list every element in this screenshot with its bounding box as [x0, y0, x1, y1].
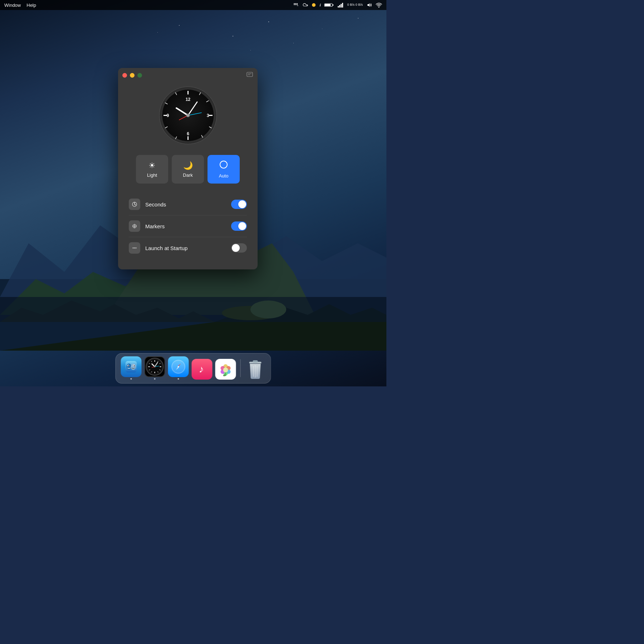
- app-window: 12 3 6 9 ☀ Light: [118, 68, 258, 269]
- svg-rect-8: [297, 3, 298, 4]
- launch-at-startup-toggle-knob: [232, 244, 240, 252]
- audio-icon[interactable]: [366, 2, 372, 8]
- window-menu[interactable]: Window: [4, 3, 21, 8]
- seconds-label: Seconds: [145, 201, 231, 208]
- seconds-toggle[interactable]: [231, 200, 247, 209]
- svg-point-17: [379, 7, 380, 8]
- help-menu[interactable]: Help: [26, 3, 36, 8]
- light-theme-button[interactable]: ☀ Light: [136, 155, 168, 184]
- auto-theme-label: Auto: [219, 173, 229, 179]
- dock-item-music[interactable]: ♪: [192, 359, 213, 380]
- svg-rect-4: [295, 4, 296, 5]
- markers-toggle[interactable]: [231, 221, 247, 231]
- dark-theme-label: Dark: [183, 172, 192, 178]
- cloud-icon[interactable]: [302, 2, 308, 8]
- launch-at-startup-toggle[interactable]: [231, 243, 247, 253]
- svg-point-78: [154, 366, 156, 367]
- seconds-icon: [129, 199, 140, 210]
- signal-icon[interactable]: [338, 3, 343, 8]
- svg-point-52: [136, 248, 137, 249]
- finder-dot: [131, 378, 132, 380]
- svg-point-54: [127, 364, 132, 370]
- svg-rect-5: [297, 4, 298, 5]
- svg-text:6: 6: [187, 131, 189, 136]
- launch-at-startup-label: Launch at Startup: [145, 245, 231, 251]
- svg-point-9: [312, 3, 316, 7]
- maximize-button[interactable]: [137, 73, 142, 78]
- dock-item-trash[interactable]: [245, 359, 266, 380]
- svg-rect-14: [339, 5, 340, 8]
- info-icon[interactable]: i: [319, 3, 321, 7]
- markers-icon: [129, 220, 140, 232]
- dock-item-safari[interactable]: [168, 356, 189, 380]
- markers-label: Markers: [145, 223, 231, 229]
- seconds-toggle-knob: [238, 200, 246, 208]
- svg-point-45: [220, 161, 227, 168]
- trash-icon: [245, 359, 266, 380]
- svg-rect-7: [295, 3, 296, 4]
- flower-icon: [215, 359, 236, 380]
- svg-point-55: [131, 364, 136, 370]
- svg-point-58: [128, 365, 129, 366]
- svg-rect-15: [341, 4, 342, 8]
- svg-point-91: [223, 367, 228, 372]
- dock-item-finder[interactable]: [121, 356, 142, 380]
- safari-icon: [168, 356, 189, 377]
- svg-rect-95: [253, 360, 258, 362]
- window-titlebar: [118, 68, 258, 82]
- battery-icon[interactable]: [324, 3, 334, 8]
- orange-dot: [312, 3, 316, 7]
- svg-rect-11: [333, 4, 333, 6]
- window-content: 12 3 6 9 ☀ Light: [118, 82, 258, 269]
- svg-point-51: [134, 248, 135, 249]
- moon-icon: 🌙: [183, 161, 193, 170]
- svg-rect-3: [294, 4, 295, 5]
- auto-theme-button[interactable]: Auto: [208, 155, 240, 184]
- svg-text:12: 12: [185, 97, 190, 102]
- theme-buttons: ☀ Light 🌙 Dark Auto: [136, 155, 240, 184]
- dark-theme-button[interactable]: 🌙 Dark: [172, 155, 204, 184]
- settings-rows: Seconds Markers: [129, 194, 247, 259]
- close-button[interactable]: [122, 73, 127, 78]
- svg-rect-6: [294, 3, 295, 4]
- launch-at-startup-icon: [129, 242, 140, 254]
- svg-text:9: 9: [166, 113, 169, 118]
- svg-text:3: 3: [206, 113, 209, 118]
- svg-rect-12: [325, 4, 331, 6]
- svg-point-50: [133, 248, 134, 249]
- svg-rect-18: [247, 72, 253, 77]
- clock-dot: [154, 378, 156, 380]
- music-icon: ♪: [192, 359, 213, 380]
- svg-rect-16: [342, 3, 343, 8]
- svg-rect-13: [338, 6, 339, 8]
- dock-item-flower[interactable]: [215, 359, 236, 380]
- clock-dock-icon: [145, 356, 165, 377]
- menubar: Window Help i 0 B/s 0 B/s: [0, 0, 386, 10]
- finder-icon: [121, 356, 142, 377]
- window-controls: [122, 73, 142, 78]
- auto-theme-icon: [219, 160, 228, 171]
- markers-row: Markers: [129, 215, 247, 237]
- svg-point-59: [134, 365, 135, 366]
- network-speed: 0 B/s 0 B/s: [347, 3, 363, 7]
- svg-point-2: [250, 301, 286, 318]
- light-theme-label: Light: [147, 172, 157, 178]
- safari-dot: [178, 378, 179, 380]
- wifi-icon[interactable]: [376, 3, 382, 8]
- markers-toggle-knob: [238, 222, 246, 230]
- menubar-right: i 0 B/s 0 B/s: [293, 2, 382, 8]
- svg-point-83: [178, 366, 179, 367]
- seconds-row: Seconds: [129, 194, 247, 215]
- menubar-left: Window Help: [4, 3, 36, 8]
- svg-point-44: [187, 114, 189, 117]
- dock-item-clock[interactable]: [145, 356, 165, 380]
- minimize-button[interactable]: [130, 73, 135, 78]
- svg-text:♪: ♪: [199, 364, 204, 375]
- dock: ♪: [116, 353, 271, 384]
- sun-icon: ☀: [148, 161, 156, 170]
- clock-display: 12 3 6 9: [158, 86, 218, 145]
- launch-at-startup-row: Launch at Startup: [129, 237, 247, 259]
- docker-icon[interactable]: [293, 2, 299, 8]
- notes-view-button[interactable]: [246, 72, 253, 79]
- dock-divider: [240, 359, 241, 377]
